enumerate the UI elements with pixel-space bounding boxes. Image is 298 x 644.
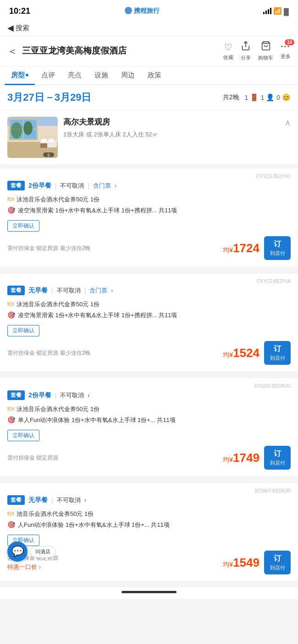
sep-5: | xyxy=(55,392,57,399)
book-button-2[interactable]: 订 到店付 xyxy=(264,341,291,365)
share-button[interactable]: 分享 xyxy=(241,41,251,61)
room-chevron-icon[interactable]: ∧ xyxy=(285,118,291,128)
book-sub-2: 到店付 xyxy=(270,355,285,362)
room-card: 5 高尔夫景观房 1张大床 或 2张单人床 2人入住 52㎡ ∧ xyxy=(0,110,298,164)
book-button-1[interactable]: 订 到店付 xyxy=(264,236,291,260)
confirm-btn-2[interactable]: 立即确认 xyxy=(7,325,39,336)
tab-room-type[interactable]: 房型 xyxy=(5,66,35,84)
svg-point-10 xyxy=(23,121,33,135)
room-card-header: 5 高尔夫景观房 1张大床 或 2张单人床 2人入住 52㎡ ∧ xyxy=(0,110,298,164)
status-bar: 10:21 携程旅行 📶 ▓ xyxy=(0,0,298,20)
cart-button[interactable]: 购物车 xyxy=(258,41,273,61)
collect-button[interactable]: ♡ 收藏 xyxy=(223,42,233,61)
wifi-icon: 📶 xyxy=(273,7,282,15)
back-icon: ◀ xyxy=(7,23,14,33)
tab-nearby-label: 周边 xyxy=(121,71,135,79)
child-count: 0 xyxy=(276,94,280,101)
breakfast-tag-4: 无早餐 xyxy=(28,496,48,504)
tab-review-label: 点评 xyxy=(41,71,55,79)
heart-icon: ♡ xyxy=(224,42,232,53)
home-bar xyxy=(121,591,177,593)
package-tags-3: 套餐 2份早餐 | 不可取消 › xyxy=(7,390,291,400)
chat-bubble[interactable]: 💬 xyxy=(7,541,28,562)
room-info: 高尔夫景观房 1张大床 或 2张单人床 2人入住 52㎡ xyxy=(63,117,279,139)
food-text-2: 泳池音乐会酒水代金券50元 1份 xyxy=(17,300,291,309)
tab-policy[interactable]: 政策 xyxy=(141,66,168,84)
price-prefix-3: 均¥ xyxy=(223,456,233,463)
book-label-1: 订 xyxy=(274,239,281,249)
package-label-2: 套餐 xyxy=(7,286,25,295)
package-card-4: BC0WY-BEDRJR 套餐 无早餐 | 不可取消 › 🍽 池音乐会酒水代金券… xyxy=(0,483,298,584)
food-amenity-2: 🍽 泳池音乐会酒水代金券50元 1份 xyxy=(7,300,291,309)
package-note-3: 需付担保金 锁定房源 xyxy=(7,454,223,462)
adult-count: 1 xyxy=(260,94,264,101)
package-section-3: 6YGI2D-BEDRJO 套餐 2份早餐 | 不可取消 › 🍽 泳池音乐会酒水… xyxy=(0,378,298,479)
ticket-arrow-1[interactable]: › xyxy=(115,183,116,189)
signal-icon xyxy=(263,8,271,14)
breakfast-tag-2: 无早餐 xyxy=(28,287,48,295)
date-bar[interactable]: 3月27日－3月29日 共2晚 1 🚪 1 👤 0 😊 xyxy=(0,85,298,110)
tab-facilities-label: 设施 xyxy=(94,71,108,79)
book-sub-1: 到店付 xyxy=(270,250,285,257)
package-tags-1: 套餐 2份早餐 | 不可取消 | 含门票 › xyxy=(7,181,291,190)
book-sub-3: 到店付 xyxy=(270,460,285,466)
confirm-btn-3[interactable]: 立即确认 xyxy=(7,430,39,441)
price-amount-1: 1724 xyxy=(233,241,259,255)
package-bottom-1: 需付担保金 锁定房源 最少连住2晚 均¥1724 订 到店付 xyxy=(7,236,291,260)
enjoy-amenity-4: 🎯 人Fun动冲浪体验 1份+水中有氧&水上手球 1份+... 共11项 xyxy=(7,520,291,530)
more-button[interactable]: ··· 10 更多 xyxy=(281,42,291,60)
package-bottom-3: 需付担保金 锁定房源 均¥1749 订 到店付 xyxy=(7,446,291,470)
svg-point-0 xyxy=(125,7,132,14)
enjoy-amenity-2: 🎯 凌空海景滑索 1份+水中有氧&水上手球 1份+携程拼... 共11项 xyxy=(7,311,291,320)
enjoy-amenity-3: 🎯 单人Fun动冲浪体验 1份+水中有氧&水上手球 1份+... 共11项 xyxy=(7,416,291,425)
special-price-label-4[interactable]: 特惠一口价 xyxy=(7,563,37,570)
tab-review[interactable]: 点评 xyxy=(35,66,61,84)
package-id-3: 6YGI2D-BEDRJO xyxy=(7,384,291,389)
share-label: 分享 xyxy=(241,54,251,61)
enjoy-text-3: 单人Fun动冲浪体验 1份+水中有氧&水上手球 1份+... 共11项 xyxy=(18,416,291,425)
book-button-3[interactable]: 订 到店付 xyxy=(264,446,291,470)
tab-highlights[interactable]: 亮点 xyxy=(61,66,88,84)
hotel-back-button[interactable]: ＜ xyxy=(7,44,17,58)
food-amenity-3: 🍽 泳池音乐会酒水代金券50元 1份 xyxy=(7,405,291,414)
svg-text:5: 5 xyxy=(47,153,50,157)
package-note-1: 需付担保金 锁定房源 最少连住2晚 xyxy=(7,244,223,252)
share-icon xyxy=(241,41,251,53)
child-icon: 😊 xyxy=(282,93,291,102)
price-container-1: 均¥1724 xyxy=(223,241,259,255)
ask-hotel-label[interactable]: 问酒店 xyxy=(30,546,55,557)
food-text-4: 池音乐会酒水代金券50元 1份 xyxy=(17,509,291,519)
room-icon: 🚪 xyxy=(250,93,259,102)
collect-label: 收藏 xyxy=(223,54,233,61)
sep-3: | xyxy=(51,287,53,294)
breakfast-tag-3: 2份早餐 xyxy=(28,391,51,400)
food-text-3: 泳池音乐会酒水代金券50元 1份 xyxy=(17,405,291,414)
price-amount-4: 1549 xyxy=(233,556,259,569)
svg-rect-14 xyxy=(49,139,54,142)
ticket-arrow-2[interactable]: › xyxy=(111,287,113,294)
book-button-4[interactable]: 订 到店付 xyxy=(264,551,291,574)
tab-nearby[interactable]: 周边 xyxy=(115,66,141,84)
svg-rect-13 xyxy=(41,139,47,142)
ticket-tag-1[interactable]: 含门票 xyxy=(93,182,111,190)
confirm-btn-1[interactable]: 立即确认 xyxy=(7,220,39,232)
room-thumbnail[interactable]: 5 xyxy=(7,117,58,158)
enjoy-icon-4: 🎯 xyxy=(7,521,15,528)
date-range[interactable]: 3月27日－3月29日 xyxy=(7,91,223,104)
book-label-2: 订 xyxy=(274,344,281,354)
enjoy-amenity-1: 🎯 凌空海景滑索 1份+水中有氧&水上手球 1份+携程拼... 共11项 xyxy=(7,206,291,215)
back-bar[interactable]: ◀ 搜索 xyxy=(0,20,298,36)
package-label-4: 套餐 xyxy=(7,495,25,505)
package-section-2: I7XYC2-BEDYIA 套餐 无早餐 | 不可取消 | 含门票 › 🍽 泳池… xyxy=(0,273,298,374)
ticket-tag-2[interactable]: 含门票 xyxy=(89,287,107,295)
cart-label: 购物车 xyxy=(258,54,273,61)
package-note-2: 需付担保金 锁定房源 最少连住2晚 xyxy=(7,349,223,357)
price-amount-3: 1749 xyxy=(233,451,259,465)
price-prefix-2: 均¥ xyxy=(223,351,233,358)
room-name: 高尔夫景观房 xyxy=(63,117,279,127)
tab-facilities[interactable]: 设施 xyxy=(88,66,115,84)
enjoy-text-2: 凌空海景滑索 1份+水中有氧&水上手球 1份+携程拼... 共11项 xyxy=(18,311,291,320)
special-price-arrow-4[interactable]: › xyxy=(39,564,41,570)
cancel-tag-3: 不可取消 xyxy=(60,391,84,400)
home-indicator xyxy=(0,587,298,599)
